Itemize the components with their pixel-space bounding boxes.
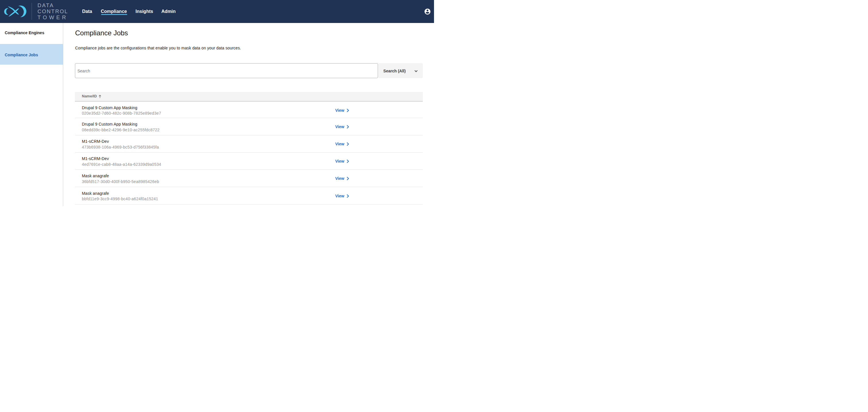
svg-text:TOWER: TOWER [37, 14, 66, 21]
svg-text:DATA: DATA [37, 2, 54, 8]
svg-text:CONTROL: CONTROL [37, 8, 67, 14]
